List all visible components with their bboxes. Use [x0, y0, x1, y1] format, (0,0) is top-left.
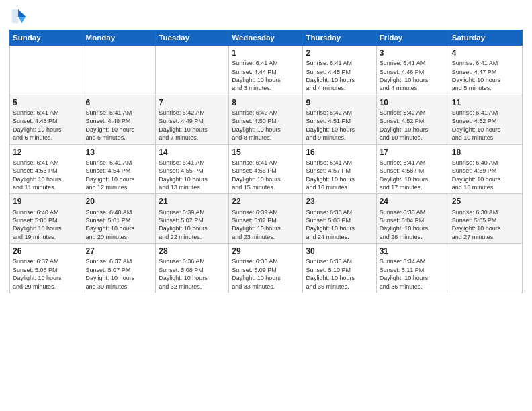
calendar-cell [10, 46, 83, 95]
day-info: Sunrise: 6:40 AM Sunset: 5:00 PM Dayligh… [13, 208, 80, 242]
page: SundayMondayTuesdayWednesdayThursdayFrid… [0, 0, 532, 411]
col-header-tuesday: Tuesday [156, 30, 229, 46]
day-number: 24 [380, 196, 446, 207]
calendar-cell: 16Sunrise: 6:41 AM Sunset: 4:57 PM Dayli… [303, 144, 376, 194]
day-number: 2 [306, 48, 373, 58]
calendar-cell: 20Sunrise: 6:40 AM Sunset: 5:01 PM Dayli… [83, 194, 156, 244]
day-number: 12 [13, 147, 80, 158]
calendar-cell: 25Sunrise: 6:38 AM Sunset: 5:05 PM Dayli… [449, 194, 522, 244]
day-number: 27 [86, 246, 153, 257]
col-header-saturday: Saturday [449, 30, 522, 46]
day-info: Sunrise: 6:38 AM Sunset: 5:05 PM Dayligh… [452, 208, 519, 242]
day-number: 9 [306, 97, 373, 108]
calendar-table: SundayMondayTuesdayWednesdayThursdayFrid… [9, 30, 523, 293]
calendar-cell: 6Sunrise: 6:41 AM Sunset: 4:48 PM Daylig… [83, 95, 156, 144]
day-number: 11 [452, 97, 519, 108]
day-number: 19 [13, 196, 80, 207]
day-number: 8 [232, 97, 300, 108]
calendar-cell: 31Sunrise: 6:34 AM Sunset: 5:11 PM Dayli… [376, 244, 449, 293]
day-number: 31 [380, 246, 446, 257]
calendar-cell [156, 46, 229, 95]
calendar-cell: 19Sunrise: 6:40 AM Sunset: 5:00 PM Dayli… [10, 194, 83, 244]
calendar-cell: 15Sunrise: 6:41 AM Sunset: 4:56 PM Dayli… [229, 144, 303, 194]
day-info: Sunrise: 6:41 AM Sunset: 4:55 PM Dayligh… [159, 158, 226, 192]
calendar-cell: 24Sunrise: 6:38 AM Sunset: 5:04 PM Dayli… [376, 194, 449, 244]
calendar-week-5: 26Sunrise: 6:37 AM Sunset: 5:06 PM Dayli… [10, 244, 523, 293]
day-info: Sunrise: 6:39 AM Sunset: 5:02 PM Dayligh… [232, 208, 300, 242]
calendar-cell: 23Sunrise: 6:38 AM Sunset: 5:03 PM Dayli… [303, 194, 376, 244]
calendar-cell: 17Sunrise: 6:41 AM Sunset: 4:58 PM Dayli… [376, 144, 449, 194]
day-info: Sunrise: 6:36 AM Sunset: 5:08 PM Dayligh… [159, 257, 226, 291]
col-header-wednesday: Wednesday [229, 30, 303, 46]
day-number: 1 [232, 48, 300, 58]
day-info: Sunrise: 6:41 AM Sunset: 4:57 PM Dayligh… [306, 158, 373, 192]
day-number: 26 [13, 246, 80, 257]
day-info: Sunrise: 6:40 AM Sunset: 4:59 PM Dayligh… [452, 158, 519, 192]
day-number: 4 [452, 48, 519, 58]
day-info: Sunrise: 6:41 AM Sunset: 4:47 PM Dayligh… [452, 59, 519, 93]
day-number: 14 [159, 147, 226, 158]
calendar-week-2: 5Sunrise: 6:41 AM Sunset: 4:48 PM Daylig… [10, 95, 523, 144]
logo [9, 7, 31, 26]
calendar-cell: 30Sunrise: 6:35 AM Sunset: 5:10 PM Dayli… [303, 244, 376, 293]
day-info: Sunrise: 6:39 AM Sunset: 5:02 PM Dayligh… [159, 208, 226, 242]
calendar-cell: 12Sunrise: 6:41 AM Sunset: 4:53 PM Dayli… [10, 144, 83, 194]
day-info: Sunrise: 6:41 AM Sunset: 4:56 PM Dayligh… [232, 158, 300, 192]
day-info: Sunrise: 6:42 AM Sunset: 4:49 PM Dayligh… [159, 109, 226, 142]
calendar-cell: 22Sunrise: 6:39 AM Sunset: 5:02 PM Dayli… [229, 194, 303, 244]
day-number: 6 [86, 97, 153, 108]
day-info: Sunrise: 6:42 AM Sunset: 4:50 PM Dayligh… [232, 109, 300, 142]
calendar-cell: 7Sunrise: 6:42 AM Sunset: 4:49 PM Daylig… [156, 95, 229, 144]
day-info: Sunrise: 6:35 AM Sunset: 5:10 PM Dayligh… [306, 257, 373, 291]
calendar-cell [83, 46, 156, 95]
calendar-cell: 5Sunrise: 6:41 AM Sunset: 4:48 PM Daylig… [10, 95, 83, 144]
day-number: 5 [13, 97, 80, 108]
day-info: Sunrise: 6:41 AM Sunset: 4:45 PM Dayligh… [306, 59, 373, 93]
day-info: Sunrise: 6:38 AM Sunset: 5:04 PM Dayligh… [380, 208, 446, 242]
day-info: Sunrise: 6:34 AM Sunset: 5:11 PM Dayligh… [380, 257, 446, 291]
day-number: 30 [306, 246, 373, 257]
calendar-cell: 11Sunrise: 6:41 AM Sunset: 4:52 PM Dayli… [449, 95, 522, 144]
calendar-cell: 3Sunrise: 6:41 AM Sunset: 4:46 PM Daylig… [376, 46, 449, 95]
header-row: SundayMondayTuesdayWednesdayThursdayFrid… [10, 30, 523, 46]
day-info: Sunrise: 6:35 AM Sunset: 5:09 PM Dayligh… [232, 257, 300, 291]
calendar-cell: 1Sunrise: 6:41 AM Sunset: 4:44 PM Daylig… [229, 46, 303, 95]
calendar-cell [449, 244, 522, 293]
day-info: Sunrise: 6:41 AM Sunset: 4:46 PM Dayligh… [380, 59, 446, 93]
day-info: Sunrise: 6:38 AM Sunset: 5:03 PM Dayligh… [306, 208, 373, 242]
col-header-sunday: Sunday [10, 30, 83, 46]
col-header-friday: Friday [376, 30, 449, 46]
calendar-cell: 9Sunrise: 6:42 AM Sunset: 4:51 PM Daylig… [303, 95, 376, 144]
calendar-week-3: 12Sunrise: 6:41 AM Sunset: 4:53 PM Dayli… [10, 144, 523, 194]
day-info: Sunrise: 6:37 AM Sunset: 5:07 PM Dayligh… [86, 257, 153, 291]
day-info: Sunrise: 6:41 AM Sunset: 4:48 PM Dayligh… [13, 109, 80, 142]
calendar-cell: 26Sunrise: 6:37 AM Sunset: 5:06 PM Dayli… [10, 244, 83, 293]
day-info: Sunrise: 6:41 AM Sunset: 4:54 PM Dayligh… [86, 158, 153, 192]
day-number: 13 [86, 147, 153, 158]
day-number: 23 [306, 196, 373, 207]
logo-icon [9, 7, 28, 26]
calendar-cell: 2Sunrise: 6:41 AM Sunset: 4:45 PM Daylig… [303, 46, 376, 95]
calendar-cell: 21Sunrise: 6:39 AM Sunset: 5:02 PM Dayli… [156, 194, 229, 244]
day-number: 15 [232, 147, 300, 158]
col-header-monday: Monday [83, 30, 156, 46]
day-info: Sunrise: 6:41 AM Sunset: 4:44 PM Dayligh… [232, 59, 300, 93]
calendar-cell: 8Sunrise: 6:42 AM Sunset: 4:50 PM Daylig… [229, 95, 303, 144]
day-number: 21 [159, 196, 226, 207]
svg-marker-1 [18, 17, 26, 23]
day-number: 28 [159, 246, 226, 257]
day-number: 18 [452, 147, 519, 158]
calendar-cell: 18Sunrise: 6:40 AM Sunset: 4:59 PM Dayli… [449, 144, 522, 194]
calendar-cell: 4Sunrise: 6:41 AM Sunset: 4:47 PM Daylig… [449, 46, 522, 95]
day-info: Sunrise: 6:40 AM Sunset: 5:01 PM Dayligh… [86, 208, 153, 242]
svg-marker-0 [18, 9, 26, 17]
day-number: 29 [232, 246, 300, 257]
calendar-cell: 10Sunrise: 6:42 AM Sunset: 4:52 PM Dayli… [376, 95, 449, 144]
day-number: 7 [159, 97, 226, 108]
calendar-week-4: 19Sunrise: 6:40 AM Sunset: 5:00 PM Dayli… [10, 194, 523, 244]
day-info: Sunrise: 6:42 AM Sunset: 4:52 PM Dayligh… [380, 109, 446, 142]
calendar-cell: 28Sunrise: 6:36 AM Sunset: 5:08 PM Dayli… [156, 244, 229, 293]
day-info: Sunrise: 6:41 AM Sunset: 4:53 PM Dayligh… [13, 158, 80, 192]
day-number: 20 [86, 196, 153, 207]
day-number: 25 [452, 196, 519, 207]
